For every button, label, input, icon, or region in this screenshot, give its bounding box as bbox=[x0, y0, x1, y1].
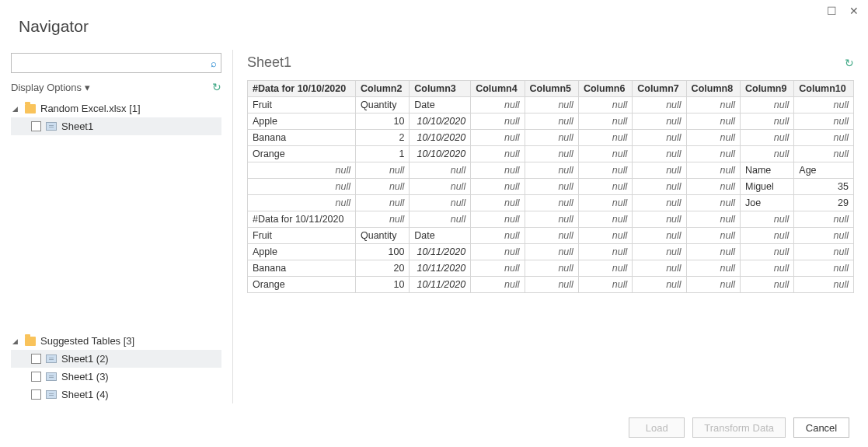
tree-item[interactable]: Sheet1 bbox=[11, 117, 221, 135]
checkbox[interactable] bbox=[31, 389, 41, 400]
preview-title: Sheet1 bbox=[247, 54, 291, 71]
table-cell: null bbox=[471, 260, 525, 277]
table-row[interactable]: #Data for 10/11/2020nullnullnullnullnull… bbox=[248, 211, 854, 228]
navigator-tree-panel: ⌕ Display Options ▾ ↻ ◢ Random Excel.xls… bbox=[0, 50, 233, 403]
table-cell: null bbox=[740, 113, 793, 130]
table-cell: Date bbox=[410, 228, 471, 244]
table-cell: null bbox=[410, 179, 471, 195]
column-header[interactable]: Column9 bbox=[740, 81, 793, 97]
checkbox[interactable] bbox=[31, 372, 41, 382]
table-row[interactable]: nullnullnullnullnullnullnullnullMiguel35 bbox=[248, 179, 854, 195]
table-cell: null bbox=[794, 146, 854, 162]
table-cell: null bbox=[471, 146, 525, 162]
table-cell: Orange bbox=[248, 146, 356, 162]
table-cell: 100 bbox=[355, 244, 409, 260]
table-cell: null bbox=[578, 228, 632, 244]
table-cell: 10/11/2020 bbox=[410, 260, 471, 277]
table-cell: Orange bbox=[248, 277, 356, 293]
column-header[interactable]: Column8 bbox=[686, 81, 740, 97]
column-header[interactable]: #Data for 10/10/2020 bbox=[248, 81, 356, 97]
table-cell: null bbox=[740, 277, 793, 293]
table-cell: null bbox=[525, 130, 578, 146]
table-cell: Fruit bbox=[248, 228, 356, 244]
preview-panel: Sheet1 ↻ #Data for 10/10/2020Column2Colu… bbox=[233, 50, 868, 403]
column-header[interactable]: Column3 bbox=[410, 81, 471, 97]
table-row[interactable]: nullnullnullnullnullnullnullnullJoe29 bbox=[248, 195, 854, 211]
column-header[interactable]: Column10 bbox=[794, 81, 854, 97]
table-cell: null bbox=[633, 130, 686, 146]
table-cell: null bbox=[740, 244, 793, 260]
table-cell: null bbox=[633, 97, 686, 113]
table-cell: null bbox=[686, 130, 740, 146]
table-cell: null bbox=[740, 130, 793, 146]
tree-group-label: Suggested Tables [3] bbox=[40, 335, 134, 347]
table-cell: null bbox=[471, 228, 525, 244]
column-header[interactable]: Column7 bbox=[633, 81, 686, 97]
table-cell: null bbox=[248, 162, 356, 179]
table-row[interactable]: FruitQuantityDatenullnullnullnullnullnul… bbox=[248, 97, 854, 113]
table-row[interactable]: Orange110/10/2020nullnullnullnullnullnul… bbox=[248, 146, 854, 162]
table-cell: null bbox=[686, 113, 740, 130]
table-cell: 10 bbox=[355, 277, 409, 293]
table-cell: null bbox=[686, 97, 740, 113]
column-header[interactable]: Column2 bbox=[355, 81, 409, 97]
tree-group-suggested[interactable]: ◢ Suggested Tables [3] bbox=[11, 332, 221, 350]
checkbox[interactable] bbox=[31, 354, 41, 364]
table-cell: null bbox=[740, 97, 793, 113]
table-cell: null bbox=[355, 211, 409, 228]
table-cell: Banana bbox=[248, 130, 356, 146]
transform-data-button[interactable]: Transform Data bbox=[692, 417, 786, 438]
table-cell: 29 bbox=[794, 195, 854, 211]
close-icon[interactable]: ✕ bbox=[849, 5, 859, 17]
table-cell: null bbox=[471, 130, 525, 146]
load-button[interactable]: Load bbox=[629, 417, 685, 438]
table-cell: Date bbox=[410, 97, 471, 113]
tree-group-file[interactable]: ◢ Random Excel.xlsx [1] bbox=[11, 100, 221, 117]
tree-item[interactable]: Sheet1 (2) bbox=[11, 350, 221, 368]
display-options-dropdown[interactable]: Display Options ▾ bbox=[11, 82, 90, 93]
table-cell: null bbox=[794, 97, 854, 113]
table-row[interactable]: FruitQuantityDatenullnullnullnullnullnul… bbox=[248, 228, 854, 244]
table-row[interactable]: Banana210/10/2020nullnullnullnullnullnul… bbox=[248, 130, 854, 146]
column-header[interactable]: Column4 bbox=[471, 81, 525, 97]
table-cell: null bbox=[471, 277, 525, 293]
table-cell: null bbox=[525, 162, 578, 179]
table-cell: null bbox=[633, 260, 686, 277]
table-cell: null bbox=[355, 162, 409, 179]
table-cell: null bbox=[633, 162, 686, 179]
tree-item[interactable]: Sheet1 (4) bbox=[11, 386, 221, 403]
table-cell: null bbox=[525, 211, 578, 228]
maximize-icon[interactable]: ☐ bbox=[827, 5, 837, 17]
table-cell: null bbox=[633, 228, 686, 244]
table-cell: Joe bbox=[740, 195, 793, 211]
cancel-button[interactable]: Cancel bbox=[793, 417, 849, 438]
search-input[interactable] bbox=[11, 53, 221, 73]
table-cell: Banana bbox=[248, 260, 356, 277]
preview-refresh-icon[interactable]: ↻ bbox=[845, 57, 854, 69]
table-cell: Apple bbox=[248, 113, 356, 130]
table-cell: null bbox=[633, 277, 686, 293]
table-cell: null bbox=[525, 228, 578, 244]
table-cell: null bbox=[525, 244, 578, 260]
table-cell: 10/10/2020 bbox=[410, 130, 471, 146]
checkbox[interactable] bbox=[31, 121, 41, 131]
table-row[interactable]: nullnullnullnullnullnullnullnullNameAge bbox=[248, 162, 854, 179]
refresh-icon[interactable]: ↻ bbox=[212, 81, 221, 93]
table-cell: null bbox=[471, 211, 525, 228]
table-cell: 35 bbox=[794, 179, 854, 195]
table-row[interactable]: Apple10010/11/2020nullnullnullnullnullnu… bbox=[248, 244, 854, 260]
column-header[interactable]: Column5 bbox=[525, 81, 578, 97]
collapse-icon: ◢ bbox=[12, 105, 20, 113]
tree-group-label: Random Excel.xlsx [1] bbox=[40, 103, 141, 114]
column-header[interactable]: Column6 bbox=[578, 81, 632, 97]
table-cell: null bbox=[633, 113, 686, 130]
table-row[interactable]: Apple1010/10/2020nullnullnullnullnullnul… bbox=[248, 113, 854, 130]
tree-item[interactable]: Sheet1 (3) bbox=[11, 368, 221, 386]
table-row[interactable]: Orange1010/11/2020nullnullnullnullnullnu… bbox=[248, 277, 854, 293]
chevron-down-icon: ▾ bbox=[85, 82, 90, 93]
table-cell: 10/11/2020 bbox=[410, 244, 471, 260]
window-controls: ☐ ✕ bbox=[827, 5, 859, 17]
table-cell: null bbox=[355, 179, 409, 195]
table-cell: 10/10/2020 bbox=[410, 146, 471, 162]
table-row[interactable]: Banana2010/11/2020nullnullnullnullnullnu… bbox=[248, 260, 854, 277]
